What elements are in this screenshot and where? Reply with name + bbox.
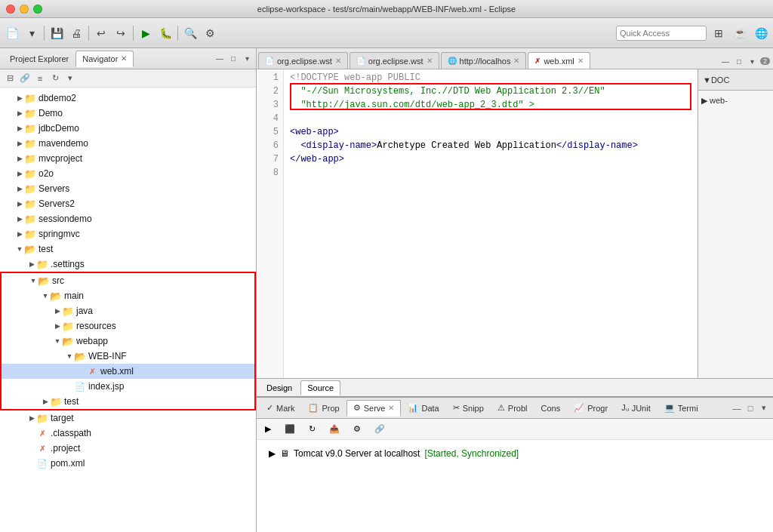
tab-wsttab1-close[interactable]: ✕ bbox=[335, 57, 341, 65]
tree-item-o2o[interactable]: ▶ 📁 o2o bbox=[0, 166, 256, 181]
tree-item-jdbcdemo[interactable]: ▶ 📁 jdbcDemo bbox=[0, 121, 256, 136]
outline-item-web[interactable]: ▶ web- bbox=[701, 94, 770, 107]
quick-access-input[interactable] bbox=[616, 26, 707, 41]
close-button[interactable] bbox=[6, 5, 15, 14]
tree-item-target[interactable]: ▶ 📁 target bbox=[0, 411, 256, 426]
tab-wsttab2-close[interactable]: ✕ bbox=[427, 57, 433, 65]
tree-item-sessiondemo[interactable]: ▶ 📁 sessiondemo bbox=[0, 211, 256, 226]
tree-item-mavendemo[interactable]: ▶ 📁 mavendemo bbox=[0, 136, 256, 151]
bottom-tab-data[interactable]: 📊 Data bbox=[401, 400, 445, 417]
server-entry[interactable]: ▶ 🖥 Tomcat v9.0 Server at localhost [Sta… bbox=[263, 443, 767, 464]
java-perspective-icon[interactable]: ☕ bbox=[731, 24, 749, 42]
tab-overflow-button[interactable]: ▾ bbox=[747, 55, 759, 67]
bottom-tab-termi[interactable]: 💻 Termi bbox=[658, 400, 705, 417]
tree-item-settings[interactable]: ▶ 📁 .settings bbox=[0, 257, 256, 272]
tree-item-src[interactable]: ▼ 📂 src bbox=[2, 273, 254, 288]
tree-item-springmvc[interactable]: ▶ 📁 springmvc bbox=[0, 226, 256, 241]
tree-item-test-sub[interactable]: ▶ 📁 test bbox=[2, 394, 254, 409]
new-icon[interactable]: 📄 bbox=[3, 24, 21, 42]
bottom-tab-probl[interactable]: ⚠ Probl bbox=[491, 400, 534, 417]
source-tab[interactable]: Source bbox=[300, 380, 340, 395]
save-icon[interactable]: 💾 bbox=[48, 24, 66, 42]
serve-tab-close[interactable]: ✕ bbox=[388, 404, 394, 412]
bottom-tab-cons[interactable]: Cons bbox=[534, 400, 568, 417]
bottom-tab-serve[interactable]: ⚙ Serve ✕ bbox=[346, 400, 402, 417]
code-text[interactable]: <!DOCTYPE web-app PUBLIC "-//Sun Microsy… bbox=[284, 69, 698, 378]
tree-item-java[interactable]: ▶ 📁 java bbox=[2, 303, 254, 318]
tab-localhost[interactable]: 🌐 http://localhos ✕ bbox=[441, 52, 527, 69]
undo-icon[interactable]: ↩ bbox=[92, 24, 110, 42]
bottom-tab-prop[interactable]: 📋 Prop bbox=[301, 400, 346, 417]
print-icon[interactable]: 🖨 bbox=[67, 24, 85, 42]
tab-project-explorer[interactable]: Project Explorer bbox=[3, 51, 75, 67]
bt-restart-button[interactable]: ↻ bbox=[303, 421, 321, 438]
bottom-tab-junit[interactable]: Jᵤ JUnit bbox=[614, 400, 658, 417]
tab-wsttab2[interactable]: 📄 org.eclipse.wst ✕ bbox=[350, 52, 439, 69]
linenum-8: 8 bbox=[257, 166, 283, 180]
tree-item-servers2[interactable]: ▶ 📁 Servers2 bbox=[0, 196, 256, 211]
navigator-close[interactable]: ✕ bbox=[121, 54, 127, 63]
label-servers: Servers bbox=[38, 183, 69, 194]
bt-settings-button[interactable]: ⚙ bbox=[348, 421, 366, 438]
label-resources: resources bbox=[76, 321, 116, 331]
tree-item-demo[interactable]: ▶ 📁 Demo bbox=[0, 106, 256, 121]
tab-minimize-button[interactable]: — bbox=[719, 55, 731, 67]
editor-outline-area: 1 2 3 4 5 6 7 8 <!DOCTYPE web-app PUBLIC… bbox=[257, 69, 773, 378]
bt-publish-button[interactable]: 📤 bbox=[324, 421, 345, 438]
label-java: java bbox=[76, 306, 93, 316]
tree-item-dbdemo2[interactable]: ▶ 📁 dbdemo2 bbox=[0, 91, 256, 106]
bt-start-button[interactable]: ▶ bbox=[260, 421, 276, 438]
maximize-button[interactable] bbox=[33, 5, 42, 14]
code-editor[interactable]: 1 2 3 4 5 6 7 8 <!DOCTYPE web-app PUBLIC… bbox=[257, 69, 698, 378]
tab-webxml-close[interactable]: ✕ bbox=[577, 57, 584, 65]
redo-icon[interactable]: ↪ bbox=[112, 24, 130, 42]
tree-item-webxml[interactable]: ▶ ✗ web.xml bbox=[2, 364, 254, 379]
bt-open-button[interactable]: 🔗 bbox=[369, 421, 390, 438]
maximize-panel-button[interactable]: □ bbox=[227, 53, 239, 65]
tree-item-indexjsp[interactable]: ▶ 📄 index.jsp bbox=[2, 379, 254, 394]
arrow-servers2: ▶ bbox=[15, 199, 24, 208]
perspective-icon[interactable]: ⊞ bbox=[710, 24, 728, 42]
bottom-maximize-button[interactable]: □ bbox=[744, 402, 756, 414]
tree-menu-button[interactable]: ▾ bbox=[63, 72, 77, 85]
tree-item-mvcproject[interactable]: ▶ 📁 mvcproject bbox=[0, 151, 256, 166]
tab-webxml[interactable]: ✗ web.xml ✕ bbox=[528, 52, 590, 69]
tree-view[interactable]: ▶ 📁 dbdemo2 ▶ 📁 Demo ▶ 📁 jdbcDemo ▶ bbox=[0, 88, 256, 532]
new-dropdown-icon[interactable]: ▾ bbox=[23, 24, 41, 42]
tree-item-servers[interactable]: ▶ 📁 Servers bbox=[0, 181, 256, 196]
link-editor-button[interactable]: 🔗 bbox=[18, 72, 32, 85]
tab-localhost-close[interactable]: ✕ bbox=[513, 57, 519, 65]
run-icon[interactable]: ▶ bbox=[137, 24, 155, 42]
bottom-tab-progr[interactable]: 📈 Progr bbox=[567, 400, 614, 417]
tree-item-classpath[interactable]: ▶ ✗ .classpath bbox=[0, 426, 256, 441]
tree-item-webapp[interactable]: ▼ 📂 webapp bbox=[2, 334, 254, 349]
view-menu-button[interactable]: ▾ bbox=[241, 53, 253, 65]
web-perspective-icon[interactable]: 🌐 bbox=[752, 24, 770, 42]
tab-navigator[interactable]: Navigator ✕ bbox=[75, 51, 134, 67]
bt-stop-button[interactable]: ⬛ bbox=[279, 421, 300, 438]
tree-item-resources[interactable]: ▶ 📁 resources bbox=[2, 318, 254, 334]
minimize-panel-button[interactable]: — bbox=[214, 53, 226, 65]
debug-icon[interactable]: 🐛 bbox=[156, 24, 174, 42]
tree-item-test[interactable]: ▼ 📂 test bbox=[0, 241, 256, 257]
bottom-tabs: ✓ Mark 📋 Prop ⚙ Serve ✕ 📊 Data ✂ bbox=[257, 398, 773, 419]
tab-wsttab1[interactable]: 📄 org.eclipse.wst ✕ bbox=[258, 52, 348, 69]
tree-item-main[interactable]: ▼ 📂 main bbox=[2, 288, 254, 303]
design-tab[interactable]: Design bbox=[260, 380, 299, 395]
tab-maximize-button[interactable]: □ bbox=[733, 55, 745, 67]
tree-refresh-button[interactable]: ↻ bbox=[48, 72, 62, 85]
collapse-all-button[interactable]: ⊟ bbox=[3, 72, 17, 85]
search-icon[interactable]: 🔍 bbox=[181, 24, 199, 42]
tree-item-pomxml[interactable]: ▶ 📄 pom.xml bbox=[0, 456, 256, 471]
minimize-button[interactable] bbox=[20, 5, 29, 14]
tree-item-webinf[interactable]: ▼ 📂 WEB-INF bbox=[2, 349, 254, 364]
tree-item-dotproject[interactable]: ▶ ✗ .project bbox=[0, 441, 256, 456]
bottom-tab-mark[interactable]: ✓ Mark bbox=[260, 400, 301, 417]
settings-icon[interactable]: ⚙ bbox=[201, 24, 219, 42]
code-line-1: <!DOCTYPE web-app PUBLIC bbox=[290, 71, 691, 85]
bottom-tab-snipp[interactable]: ✂ Snipp bbox=[446, 400, 491, 417]
bottom-menu-button[interactable]: ▾ bbox=[758, 402, 770, 414]
tree-filter-button[interactable]: ≡ bbox=[33, 72, 47, 85]
window-controls[interactable] bbox=[6, 5, 42, 14]
bottom-minimize-button[interactable]: — bbox=[731, 402, 743, 414]
